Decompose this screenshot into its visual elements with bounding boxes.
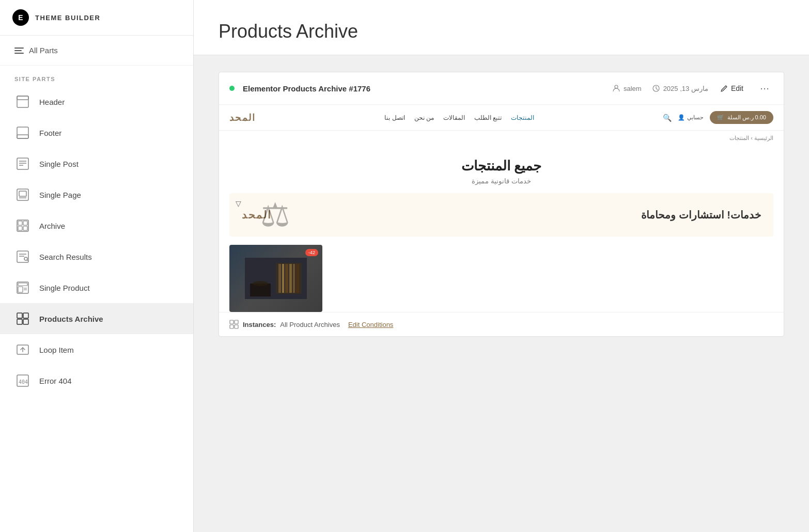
sidebar-item-footer[interactable]: Footer: [0, 117, 193, 148]
sidebar-item-loop-item[interactable]: Loop Item: [0, 334, 193, 365]
account-label: حسابي: [687, 114, 704, 121]
preview-nav-links: المنتجات تتبع الطلب المقالات من نحن اتصل…: [384, 114, 534, 121]
template-name: Elementor Products Archive #1776: [243, 84, 604, 93]
sidebar-item-archive-label: Archive: [39, 222, 65, 230]
nav-link-products: المنتجات: [511, 114, 534, 121]
products-archive-icon: [14, 310, 31, 327]
menu-icon: [14, 48, 24, 54]
svg-rect-0: [17, 96, 28, 107]
svg-rect-22: [18, 287, 23, 292]
svg-rect-26: [17, 313, 22, 318]
svg-rect-48: [235, 325, 238, 328]
sidebar-item-single-product[interactable]: Single Product: [0, 272, 193, 303]
sidebar-item-footer-label: Footer: [39, 129, 61, 137]
svg-point-44: [253, 281, 268, 286]
preview-nav-logo: المحد: [229, 112, 256, 123]
edit-pencil-icon: [721, 85, 728, 92]
sidebar-item-error-404[interactable]: 404 Error 404: [0, 365, 193, 396]
sidebar-item-error-404-label: Error 404: [39, 377, 72, 385]
svg-rect-23: [18, 283, 27, 286]
error-404-icon: 404: [14, 372, 31, 389]
footer-icon: [14, 124, 31, 141]
preview-banner-text: خدمات! استشارات ومحاماة: [641, 209, 761, 221]
search-results-icon: [14, 248, 31, 265]
main-content-area: Elementor Products Archive #1776 salem: [194, 55, 809, 353]
preview-account: حسابي 👤: [678, 114, 704, 121]
preview-hero: جميع المنتجات خدمات قانونية مميزة: [219, 146, 784, 193]
more-options-button[interactable]: ⋯: [756, 81, 773, 96]
site-parts-section-label: SITE PARTS: [0, 66, 193, 86]
preview-product-card: 42-: [229, 245, 322, 312]
filter-icon: ▽: [236, 199, 241, 208]
svg-rect-45: [230, 320, 234, 324]
sidebar-item-single-post-label: Single Post: [39, 160, 79, 168]
svg-rect-39: [285, 264, 288, 293]
scale-icon: ⚖: [260, 196, 290, 234]
template-date: مارس 13, 2025: [663, 85, 708, 92]
svg-rect-11: [17, 220, 28, 231]
main-content: Products Archive Elementor Products Arch…: [194, 0, 809, 532]
instances-value: All Product Archives: [280, 321, 340, 328]
single-product-icon: [14, 279, 31, 296]
instances-svg-icon: [229, 320, 239, 329]
svg-rect-13: [23, 221, 27, 225]
nav-link-about: من نحن: [414, 114, 434, 121]
card-header: Elementor Products Archive #1776 salem: [219, 72, 784, 105]
nav-link-articles: المقالات: [443, 114, 465, 121]
svg-rect-1: [17, 96, 28, 100]
svg-point-33: [615, 85, 618, 88]
author-name: salem: [624, 85, 642, 92]
sidebar-item-search-results-label: Search Results: [39, 253, 92, 261]
header-icon: [14, 93, 31, 110]
brand-logo: E: [12, 9, 29, 26]
preview-product-grid: 42-: [219, 245, 784, 312]
preview-search-icon: 🔍: [663, 114, 672, 122]
svg-text:404: 404: [19, 379, 28, 385]
loop-item-icon: [14, 341, 31, 358]
cart-label: 0.00 ر.س السلة: [727, 114, 766, 121]
sidebar-item-single-page-label: Single Page: [39, 191, 81, 199]
instances-label: Instances:: [243, 321, 276, 328]
cart-icon: 🛒: [717, 114, 724, 121]
product-badge: 42-: [305, 249, 318, 256]
sidebar-item-loop-item-label: Loop Item: [39, 346, 74, 354]
svg-rect-14: [18, 226, 22, 230]
svg-rect-38: [282, 264, 284, 293]
preview-nav: 0.00 ر.س السلة 🛒 حسابي 👤 🔍 المنتجات: [219, 105, 784, 131]
svg-rect-28: [17, 319, 22, 324]
sidebar-item-single-page[interactable]: Single Page: [0, 179, 193, 210]
svg-rect-2: [17, 127, 28, 138]
edit-label: Edit: [731, 84, 743, 92]
svg-rect-15: [23, 226, 27, 230]
svg-rect-46: [235, 320, 238, 324]
sidebar-item-single-product-label: Single Product: [39, 284, 90, 292]
svg-rect-47: [230, 325, 234, 328]
single-page-icon: [14, 186, 31, 203]
date-meta: مارس 13, 2025: [652, 84, 708, 92]
main-header: Products Archive: [194, 0, 809, 55]
edit-conditions-link[interactable]: Edit Conditions: [348, 321, 393, 328]
sidebar-item-archive[interactable]: Archive: [0, 210, 193, 241]
edit-button[interactable]: Edit: [717, 82, 748, 95]
instances-icon: [229, 320, 239, 329]
preview-cart-button: 0.00 ر.س السلة 🛒: [710, 111, 773, 124]
author-meta: salem: [612, 84, 642, 92]
sidebar-item-products-archive[interactable]: Products Archive: [0, 303, 193, 334]
sidebar-item-header[interactable]: Header: [0, 86, 193, 117]
all-parts-label: All Parts: [29, 46, 58, 55]
all-parts-button[interactable]: All Parts: [0, 36, 193, 66]
clock-icon: [652, 84, 660, 92]
preview-hero-subtitle: خدمات قانونية مميزة: [229, 177, 773, 185]
svg-rect-9: [19, 191, 26, 196]
preview-banner: خدمات! استشارات ومحاماة المحد ⚖ ▽: [229, 193, 773, 237]
svg-rect-37: [278, 264, 281, 293]
svg-rect-27: [23, 313, 28, 318]
account-icon: 👤: [678, 114, 685, 121]
sidebar-item-search-results[interactable]: Search Results: [0, 241, 193, 272]
sidebar-item-single-post[interactable]: Single Post: [0, 148, 193, 179]
card-meta: salem مارس 13, 2025: [612, 84, 708, 92]
card-footer: Instances: All Product Archives Edit Con…: [219, 312, 784, 336]
sidebar-item-header-label: Header: [39, 98, 65, 106]
nav-link-contact: اتصل بنا: [384, 114, 404, 121]
sidebar-header: E THEME BUILDER: [0, 0, 193, 36]
